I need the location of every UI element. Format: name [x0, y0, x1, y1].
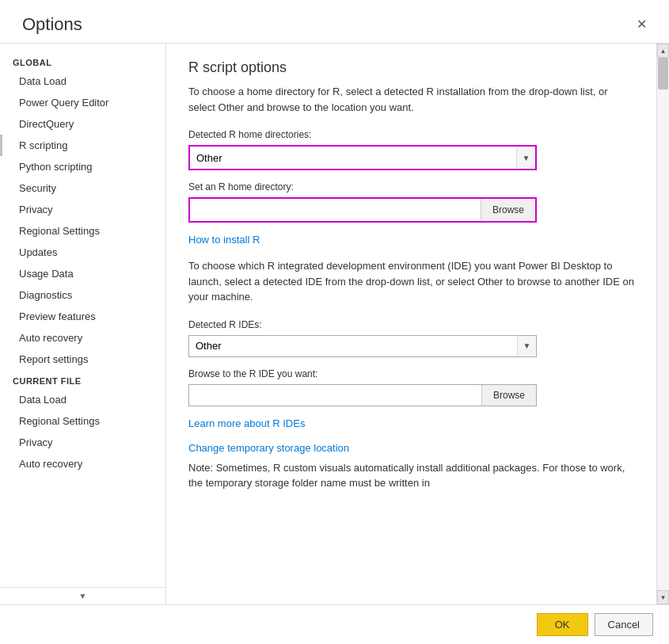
browse-ide-group: Browse to the R IDE you want: Browse — [188, 368, 634, 406]
sidebar-item-data-load[interactable]: Data Load — [0, 70, 165, 92]
content-title: R script options — [188, 59, 634, 76]
sidebar-item-diagnostics[interactable]: Diagnostics — [0, 284, 165, 306]
scroll-down-button[interactable]: ▼ — [657, 590, 669, 604]
sidebar-item-updates[interactable]: Updates — [0, 242, 165, 263]
cancel-button[interactable]: Cancel — [595, 613, 653, 636]
main-content: R script options To choose a home direct… — [166, 44, 669, 604]
detected-r-ides-select[interactable]: Other — [189, 336, 517, 356]
dialog-body: GLOBAL Data Load Power Query Editor Dire… — [0, 44, 669, 604]
sidebar-item-cf-auto-recovery[interactable]: Auto recovery — [0, 453, 165, 474]
browse-ide-input-group[interactable]: Browse — [188, 384, 537, 406]
sidebar-item-regional-settings[interactable]: Regional Settings — [0, 220, 165, 242]
dropdown-arrow-icon: ▼ — [516, 147, 535, 169]
browse-ide-input[interactable] — [189, 385, 481, 406]
detected-r-home-label: Detected R home directories: — [188, 129, 634, 140]
learn-more-group: Learn more about R IDEs — [188, 417, 634, 429]
ides-dropdown-arrow-icon: ▼ — [517, 336, 536, 356]
sidebar-item-directquery[interactable]: DirectQuery — [0, 113, 165, 135]
chevron-up-icon: ▲ — [660, 48, 667, 55]
global-section-label: GLOBAL — [0, 51, 165, 70]
scroll-track[interactable] — [657, 58, 669, 590]
ok-button[interactable]: OK — [537, 613, 588, 636]
detected-r-home-dropdown[interactable]: Other ▼ — [188, 145, 537, 170]
sidebar-item-usage-data[interactable]: Usage Data — [0, 263, 165, 284]
set-r-home-input[interactable] — [190, 199, 481, 221]
browse-ide-label: Browse to the R IDE you want: — [188, 368, 634, 379]
change-storage-group: Change temporary storage location Note: … — [188, 442, 634, 491]
ide-description: To choose which R integrated development… — [188, 258, 634, 305]
sidebar-item-privacy[interactable]: Privacy — [0, 199, 165, 220]
detected-r-ides-label: Detected R IDEs: — [188, 319, 634, 330]
change-storage-note: Note: Sometimes, R custom visuals automa… — [188, 460, 634, 491]
sidebar-item-security[interactable]: Security — [0, 177, 165, 199]
scroll-thumb[interactable] — [658, 58, 668, 90]
detected-r-home-group: Detected R home directories: Other ▼ — [188, 129, 634, 170]
detected-r-home-select[interactable]: Other — [190, 147, 516, 169]
sidebar-scroll[interactable]: GLOBAL Data Load Power Query Editor Dire… — [0, 44, 165, 587]
learn-more-link[interactable]: Learn more about R IDEs — [188, 417, 305, 429]
sidebar-item-preview-features[interactable]: Preview features — [0, 306, 165, 327]
sidebar-item-cf-regional-settings[interactable]: Regional Settings — [0, 410, 165, 432]
close-button[interactable]: ✕ — [630, 15, 653, 34]
change-storage-link[interactable]: Change temporary storage location — [188, 442, 349, 454]
scroll-up-button[interactable]: ▲ — [657, 44, 669, 58]
sidebar-item-report-settings[interactable]: Report settings — [0, 349, 165, 370]
how-to-install-group: How to install R — [188, 234, 634, 246]
dialog-header: Options ✕ — [0, 0, 669, 44]
options-dialog: Options ✕ GLOBAL Data Load Power Query E… — [0, 0, 669, 644]
current-file-section-label: CURRENT FILE — [0, 370, 165, 389]
sidebar-item-cf-privacy[interactable]: Privacy — [0, 432, 165, 453]
chevron-down-icon: ▼ — [79, 592, 87, 600]
right-scrollbar: ▲ ▼ — [656, 44, 669, 604]
set-r-home-label: Set an R home directory: — [188, 181, 634, 192]
sidebar-item-r-scripting[interactable]: R scripting — [0, 135, 165, 156]
chevron-down-icon: ▼ — [660, 594, 667, 601]
dialog-title: Options — [22, 14, 82, 35]
detected-r-ides-dropdown[interactable]: Other ▼ — [188, 335, 537, 357]
how-to-install-link[interactable]: How to install R — [188, 234, 260, 246]
sidebar-item-cf-data-load[interactable]: Data Load — [0, 389, 165, 410]
set-r-home-input-group[interactable]: Browse — [188, 197, 537, 223]
sidebar-item-auto-recovery[interactable]: Auto recovery — [0, 327, 165, 349]
browse-ide-button[interactable]: Browse — [481, 385, 536, 406]
content-scroll[interactable]: R script options To choose a home direct… — [166, 44, 656, 604]
set-r-home-group: Set an R home directory: Browse — [188, 181, 634, 223]
browse-r-home-button[interactable]: Browse — [481, 199, 535, 221]
sidebar-scroll-down-button[interactable]: ▼ — [0, 587, 165, 604]
content-description: To choose a home directory for R, select… — [188, 84, 634, 115]
detected-r-ides-group: Detected R IDEs: Other ▼ — [188, 319, 634, 357]
sidebar-item-python-scripting[interactable]: Python scripting — [0, 156, 165, 177]
sidebar-item-power-query-editor[interactable]: Power Query Editor — [0, 92, 165, 113]
sidebar: GLOBAL Data Load Power Query Editor Dire… — [0, 44, 166, 604]
dialog-footer: OK Cancel — [0, 604, 669, 644]
